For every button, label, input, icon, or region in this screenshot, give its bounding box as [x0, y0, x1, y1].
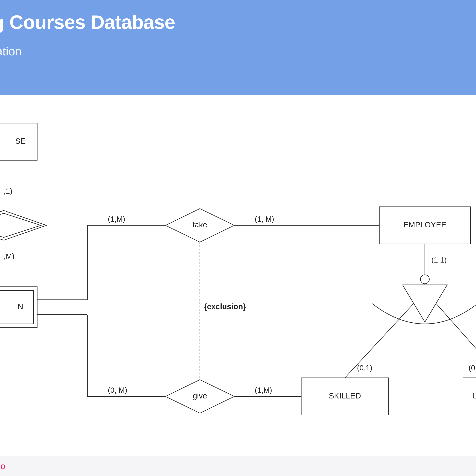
card-unskilled: (0: [469, 364, 475, 372]
card-skilled: (0,1): [357, 364, 372, 372]
footer-link[interactable]: .io: [0, 461, 5, 471]
page-title: g Courses Database: [0, 11, 476, 33]
card-of-edition: ,M): [4, 252, 15, 260]
entity-skilled-label: SKILLED: [329, 391, 361, 400]
card-course-of: ,1): [4, 187, 13, 195]
card-give-right: (1,M): [255, 386, 272, 394]
edge-isa-skilled: [345, 304, 414, 378]
page-header: g Courses Database tation: [0, 0, 476, 95]
relationship-give-label: give: [193, 391, 207, 400]
relationship-take-label: take: [192, 220, 207, 229]
page-subtitle: tation: [0, 44, 476, 58]
isa-participation-circle: [420, 275, 429, 284]
card-employee-isa: (1,1): [431, 256, 447, 264]
entity-edition-label: N: [18, 302, 23, 311]
entity-employee-label: EMPLOYEE: [403, 220, 446, 229]
isa-triangle: [403, 285, 447, 322]
er-diagram-svg: SE N ,1) ,M) (1,M) take (1, M) EMPLOYEE …: [0, 95, 476, 456]
entity-course-label: SE: [15, 137, 26, 145]
diagram-canvas: SE N ,1) ,M) (1,M) take (1, M) EMPLOYEE …: [0, 95, 476, 456]
card-give-left: (0, M): [108, 386, 127, 394]
card-take-right: (1, M): [255, 215, 274, 223]
entity-unskilled-label: UN: [472, 391, 476, 400]
card-take-left: (1,M): [108, 215, 125, 223]
exclusion-label: {exclusion}: [204, 302, 246, 311]
